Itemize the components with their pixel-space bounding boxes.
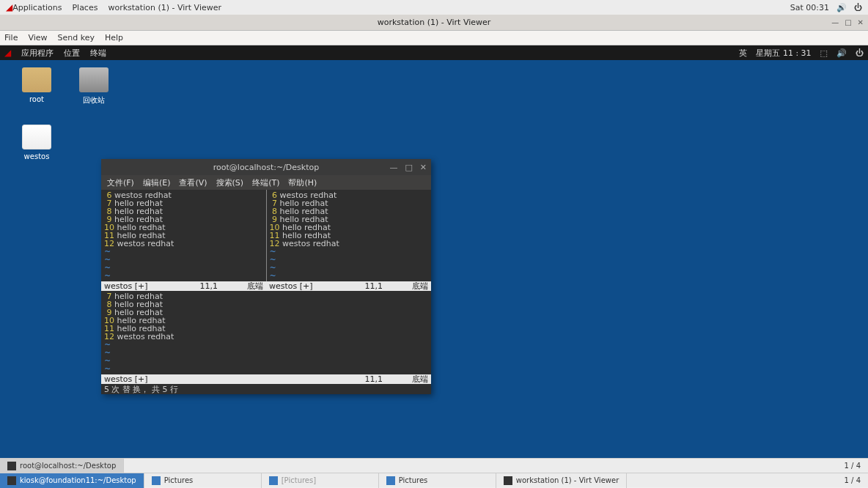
folder-icon xyxy=(22,67,51,92)
vim-status-bottom: westos [+] 11,1 底端 xyxy=(101,374,431,384)
terminal-maximize-button[interactable]: □ xyxy=(405,163,412,172)
host-taskbar-row2: kiosk@foundation11:~/DesktopPictures[Pic… xyxy=(0,473,868,487)
icon-label: 回收站 xyxy=(83,96,105,104)
host-places-menu[interactable]: Places xyxy=(72,3,98,12)
terminal-close-button[interactable]: ✕ xyxy=(420,163,427,172)
close-button[interactable]: ✕ xyxy=(858,18,864,26)
maximize-button[interactable]: □ xyxy=(845,18,851,26)
minimize-button[interactable]: — xyxy=(831,18,839,26)
term-menu-search[interactable]: 搜索(S) xyxy=(216,177,244,188)
status-file: westos [+] xyxy=(104,375,148,383)
terminal-icon xyxy=(504,476,512,485)
host-app-title[interactable]: workstation (1) - Virt Viewer xyxy=(108,3,221,12)
vv-menu-file[interactable]: File xyxy=(4,33,18,42)
terminal-icon xyxy=(7,476,16,485)
image-icon xyxy=(269,476,278,485)
guest-lang[interactable]: 英 xyxy=(739,48,747,59)
task-label: root@localhost:~/Desktop xyxy=(20,462,116,470)
guest-places-menu[interactable]: 位置 xyxy=(64,48,80,59)
host-taskbar-row1: root@localhost:~/Desktop 1 / 4 xyxy=(0,458,868,473)
vim-pane-top-0[interactable]: 6 westos redhat 7 hello redhat 8 hello r… xyxy=(101,190,267,281)
virt-viewer-titlebar[interactable]: workstation (1) - Virt Viewer — □ ✕ xyxy=(0,15,868,31)
terminal-icon xyxy=(7,462,16,470)
workspace-pager[interactable]: 1 / 4 xyxy=(837,462,868,470)
vv-menu-sendkey[interactable]: Send key xyxy=(58,33,95,42)
trash-icon xyxy=(79,67,108,92)
terminal-title-text: root@localhost:~/Desktop xyxy=(213,163,319,172)
vim-pane-top-1[interactable]: 6 westos redhat 7 hello redhat 8 hello r… xyxy=(267,190,432,281)
desktop-icon-westos[interactable]: westos xyxy=(15,125,59,160)
terminal-window[interactable]: root@localhost:~/Desktop — □ ✕ 文件(F) 编辑(… xyxy=(101,159,431,394)
network-icon[interactable]: ⬚ xyxy=(820,48,828,58)
task-label: kiosk@foundation11:~/Desktop xyxy=(20,476,136,484)
redhat-icon: ◢ xyxy=(6,2,12,12)
desktop-icon-root[interactable]: root xyxy=(15,67,59,103)
task-label: Pictures xyxy=(164,476,194,484)
task-label: workstation (1) - Virt Viewer xyxy=(516,476,619,484)
task-label: [Pictures] xyxy=(282,476,316,484)
term-menu-view[interactable]: 查看(V) xyxy=(179,177,207,188)
text-file-icon xyxy=(22,125,51,149)
term-menu-terminal[interactable]: 终端(T) xyxy=(252,177,279,188)
image-icon xyxy=(386,476,395,485)
guest-clock: 星期五 11 : 31 xyxy=(756,48,811,59)
vim-command-line[interactable]: 5 次 替 换， 共 5 行 xyxy=(101,384,431,394)
taskbar-item[interactable]: Pictures xyxy=(144,473,262,488)
taskbar-item[interactable]: workstation (1) - Virt Viewer xyxy=(496,473,628,488)
taskbar-item[interactable]: Pictures xyxy=(379,473,496,488)
host-top-bar: ◢ Applications Places workstation (1) - … xyxy=(0,0,868,15)
virt-viewer-menu: File View Send key Help xyxy=(0,31,868,45)
redhat-icon: ◢ xyxy=(4,48,11,58)
terminal-titlebar[interactable]: root@localhost:~/Desktop — □ ✕ xyxy=(101,159,431,175)
vv-menu-help[interactable]: Help xyxy=(105,33,123,42)
term-menu-file[interactable]: 文件(F) xyxy=(107,177,134,188)
guest-applications-menu[interactable]: 应用程序 xyxy=(21,48,54,59)
guest-desktop[interactable]: ◢ 应用程序 位置 终端 英 星期五 11 : 31 ⬚ 🔊 ⏻ root 回收… xyxy=(0,45,868,458)
vv-menu-view[interactable]: View xyxy=(28,33,47,42)
taskbar-item[interactable]: root@localhost:~/Desktop xyxy=(0,459,124,473)
icon-label: westos xyxy=(24,152,50,160)
status-mode: 底端 xyxy=(412,375,428,383)
guest-top-bar: ◢ 应用程序 位置 终端 英 星期五 11 : 31 ⬚ 🔊 ⏻ xyxy=(0,45,868,60)
status-pos: 11,1 xyxy=(365,375,383,383)
power-icon[interactable]: ⏻ xyxy=(856,48,864,58)
vim-status-top-0: westos [+]11,1底端 xyxy=(101,281,266,291)
guest-terminal-menu[interactable]: 终端 xyxy=(90,48,106,59)
host-clock: Sat 00:31 xyxy=(790,3,829,12)
term-menu-edit[interactable]: 编辑(E) xyxy=(143,177,171,188)
workspace-pager[interactable]: 1 / 4 xyxy=(837,476,868,484)
power-icon[interactable]: ⏻ xyxy=(854,3,862,12)
vim-pane-bottom[interactable]: 7 hello redhat 8 hello redhat 9 hello re… xyxy=(101,291,431,374)
term-menu-help[interactable]: 帮助(H) xyxy=(288,177,317,188)
taskbar-item[interactable]: [Pictures] xyxy=(262,473,379,488)
vim-status-top-1: westos [+]11,1底端 xyxy=(266,281,431,291)
host-applications-menu[interactable]: Applications xyxy=(12,3,62,12)
desktop-icon-trash[interactable]: 回收站 xyxy=(72,67,116,106)
volume-icon[interactable]: 🔊 xyxy=(836,48,847,58)
taskbar-item[interactable]: kiosk@foundation11:~/Desktop xyxy=(0,473,144,488)
icon-label: root xyxy=(29,95,44,103)
terminal-minimize-button[interactable]: — xyxy=(389,163,397,172)
task-label: Pictures xyxy=(399,476,428,484)
terminal-menubar: 文件(F) 编辑(E) 查看(V) 搜索(S) 终端(T) 帮助(H) xyxy=(101,175,431,190)
image-icon xyxy=(152,476,161,485)
vv-title-text: workstation (1) - Virt Viewer xyxy=(378,18,491,27)
volume-icon[interactable]: 🔊 xyxy=(836,3,847,12)
terminal-body[interactable]: 6 westos redhat 7 hello redhat 8 hello r… xyxy=(101,190,431,394)
